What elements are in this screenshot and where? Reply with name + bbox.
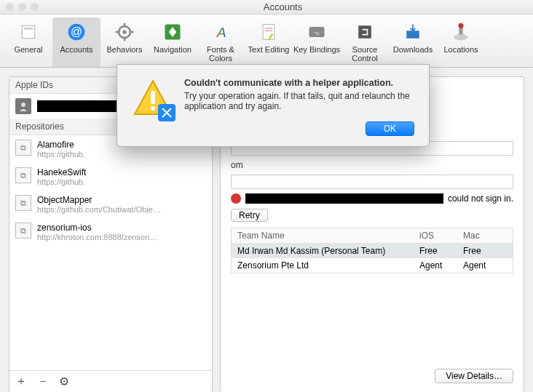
col-mac[interactable]: Mac	[463, 231, 507, 241]
preferences-toolbar: General @ Accounts Behaviors Navigation …	[0, 15, 533, 68]
warning-icon	[132, 78, 174, 120]
behaviors-icon	[113, 20, 136, 44]
teams-table: Team Name iOS Mac Md Irwan Md Kassim (Pe…	[231, 228, 513, 273]
svg-point-25	[151, 106, 155, 111]
col-team[interactable]: Team Name	[237, 231, 419, 241]
view-details-button[interactable]: View Details…	[435, 369, 513, 383]
svg-rect-19	[406, 31, 419, 39]
tab-source-control[interactable]: Source Control	[341, 17, 389, 67]
minimize-button[interactable]	[18, 3, 26, 11]
svg-text:A: A	[216, 25, 226, 40]
tab-navigation[interactable]: Navigation	[149, 17, 197, 67]
action-gear-button[interactable]: ⚙	[59, 375, 69, 388]
retry-button[interactable]: Retry	[231, 209, 268, 222]
close-button[interactable]	[6, 3, 14, 11]
svg-rect-24	[151, 91, 155, 104]
error-text: could not sign in.	[448, 193, 513, 204]
svg-point-5	[122, 30, 126, 33]
svg-text:⌥: ⌥	[314, 31, 320, 36]
tab-general[interactable]: General	[4, 17, 52, 67]
error-dialog: Couldn't communicate with a helper appli…	[117, 64, 430, 147]
fonts-colors-icon: A	[209, 20, 232, 44]
repo-icon: ⧉	[15, 167, 31, 183]
general-icon	[17, 20, 40, 44]
tab-downloads[interactable]: Downloads	[389, 17, 437, 67]
dialog-title: Couldn't communicate with a helper appli…	[184, 78, 414, 88]
svg-rect-12	[263, 25, 275, 40]
sidebar-footer: ＋ － ⚙	[9, 370, 212, 392]
repo-icon: ⧉	[15, 195, 31, 211]
table-row[interactable]: Zensorium Pte Ltd Agent Agent	[232, 258, 513, 273]
navigation-icon	[161, 20, 184, 44]
table-row[interactable]: Md Irwan Md Kassim (Personal Team) Free …	[232, 244, 513, 258]
col-ios[interactable]: iOS	[419, 231, 463, 241]
svg-point-23	[21, 103, 25, 107]
svg-text:@: @	[71, 25, 82, 38]
accounts-icon: @	[65, 20, 88, 44]
password-field[interactable]	[231, 175, 513, 189]
svg-rect-18	[358, 25, 371, 39]
traffic-lights	[6, 3, 39, 11]
zoom-button[interactable]	[31, 3, 39, 11]
tab-behaviors[interactable]: Behaviors	[100, 17, 149, 67]
svg-point-22	[459, 23, 464, 28]
key-bindings-icon: ⌥	[305, 20, 328, 44]
locations-icon	[449, 20, 473, 44]
tab-fonts-colors[interactable]: A Fonts & Colors	[197, 17, 245, 67]
downloads-icon	[401, 20, 425, 44]
repo-item[interactable]: ⧉ HanekeSwifthttps://github.	[9, 163, 212, 191]
tab-accounts[interactable]: @ Accounts	[52, 17, 100, 67]
avatar-icon	[15, 98, 31, 114]
svg-point-20	[454, 34, 467, 41]
xcode-badge-icon	[157, 103, 177, 123]
ok-button[interactable]: OK	[366, 121, 414, 136]
tab-key-bindings[interactable]: ⌥ Key Bindings	[293, 17, 341, 67]
window-titlebar: Accounts	[0, 0, 533, 15]
tab-text-editing[interactable]: Text Editing	[245, 17, 293, 67]
tab-locations[interactable]: Locations	[437, 17, 485, 67]
source-control-icon	[353, 20, 376, 44]
text-editing-icon	[257, 20, 280, 44]
window-title: Accounts	[39, 1, 527, 12]
add-button[interactable]: ＋	[15, 374, 27, 389]
error-redacted	[245, 193, 443, 204]
remove-button[interactable]: －	[37, 374, 49, 389]
dialog-message: Try your operation again. If that fails,…	[184, 91, 414, 111]
repo-icon: ⧉	[15, 223, 31, 239]
repo-item[interactable]: ⧉ ObjectMapperhttps://github.com/Chutiwa…	[9, 191, 212, 218]
repo-item[interactable]: ⧉ zensorium-ioshttp://khroton.com:8888/z…	[9, 218, 212, 246]
error-icon	[231, 193, 241, 204]
svg-rect-1	[24, 28, 33, 30]
repo-icon: ⧉	[15, 140, 31, 156]
